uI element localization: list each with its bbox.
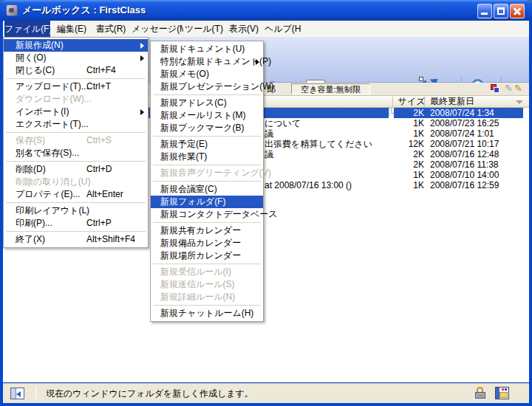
column-header-size[interactable]: サイズ: [397, 96, 426, 107]
menu-item-upload[interactable]: アップロード(T)...Ctrl+T: [4, 80, 148, 93]
menu-item-new-conference[interactable]: 新規会議室(C): [151, 183, 263, 196]
status-bar: 現在のウィンドウにフォルダを新しく作成します。: [3, 383, 529, 403]
menu-item-new-send-rule: 新規送信ルール(S): [151, 278, 263, 291]
menu-separator: [6, 161, 146, 162]
menu-item-new-receive-rule: 新規受信ルール(I): [151, 266, 263, 278]
menu-item-print-layout[interactable]: 印刷レイアウト(L): [4, 204, 148, 217]
minimize-button[interactable]: [477, 4, 492, 18]
menu-separator: [6, 202, 146, 203]
menu-bar: ファイル(F) 編集(E) 書式(R) メッセージ(M) ツール(T) 表示(V…: [3, 21, 529, 37]
chevron-right-icon: [140, 43, 144, 49]
quota-box: 空き容量:無制限: [291, 83, 370, 94]
menu-item-save: 保存(S)Ctrl+S: [4, 134, 148, 147]
new-submenu: 新規ドキュメント(U) 特別な新規ドキュメント(P) 新規メモ(O) 新規プレゼ…: [150, 41, 264, 322]
color-flags-icon[interactable]: [491, 84, 501, 94]
menu-item-new-location-calendar[interactable]: 新規場所カレンダー: [151, 250, 263, 262]
menu-item-undelete: 削除の取り消し(U): [4, 176, 148, 188]
close-button[interactable]: [510, 4, 525, 18]
maximize-button[interactable]: [494, 4, 508, 18]
menu-item-delete[interactable]: 削除(D)Ctrl+D: [4, 163, 148, 176]
menu-item-new-folder[interactable]: 新規フォルダ(F): [151, 196, 263, 208]
menu-item-print[interactable]: 印刷(P)...Ctrl+P: [4, 217, 148, 230]
menu-item-save-as[interactable]: 別名で保存(S)...: [4, 147, 148, 159]
menu-item-open[interactable]: 開く(O): [4, 52, 148, 64]
menu-separator: [6, 78, 146, 79]
menu-item-new-chat-room[interactable]: 新規チャットルーム(H): [151, 307, 263, 320]
column-divider: [424, 97, 425, 107]
split-view-icon[interactable]: [10, 388, 24, 399]
menu-separator: [153, 305, 261, 306]
menu-help[interactable]: ヘルプ(H): [265, 21, 301, 37]
menu-tools[interactable]: ツール(T): [185, 21, 223, 37]
menu-item-properties[interactable]: プロパティ(E)...Alt+Enter: [4, 188, 148, 201]
menu-item-new-voice-greeting: 新規音声グリーティング(V): [151, 167, 263, 179]
statusbar-separator: [35, 387, 36, 400]
menu-item-new-contact-database[interactable]: 新規コンタクトデータベース: [151, 208, 263, 221]
menu-item-export[interactable]: エクスポート(T)...: [4, 118, 148, 131]
file-menu: 新規作成(N) 開く(O) 閉じる(C)Ctrl+F4 アップロード(T)...…: [3, 37, 149, 248]
menu-separator: [153, 94, 261, 95]
sort-arrow-icon[interactable]: [516, 100, 523, 104]
mailbox-app-icon: [6, 4, 18, 16]
menu-view[interactable]: 表示(V): [226, 21, 262, 37]
chevron-right-icon: [140, 109, 144, 115]
title-bar[interactable]: メールボックス : FirstClass: [0, 0, 532, 21]
menu-item-new-document[interactable]: 新規ドキュメント(U): [151, 43, 263, 55]
column-divider: [392, 97, 393, 107]
approval-pencil-icon[interactable]: ✎: [514, 83, 522, 94]
lock-icon: [474, 387, 486, 400]
menu-format[interactable]: 書式(R): [93, 21, 129, 37]
menu-item-download: ダウンロード(W)...: [4, 93, 148, 106]
menu-item-import[interactable]: インポート(I): [4, 106, 148, 118]
window-panel-icon: [495, 387, 509, 399]
menu-separator: [153, 181, 261, 182]
status-message: 現在のウィンドウにフォルダを新しく作成します。: [46, 384, 253, 403]
menu-item-new-shared-calendar[interactable]: 新規共有カレンダー: [151, 224, 263, 237]
menu-message[interactable]: メッセージ(M): [132, 21, 183, 37]
menu-item-new-resource-calendar[interactable]: 新規備品カレンダー: [151, 237, 263, 250]
menu-separator: [153, 136, 261, 137]
menu-item-new-task[interactable]: 新規作業(T): [151, 151, 263, 163]
menu-separator: [6, 231, 146, 232]
app-window: メールボックス : FirstClass ファイル(F) 編集(E) 書式(R)…: [0, 0, 532, 406]
menu-item-new-event[interactable]: 新規予定(E): [151, 138, 263, 151]
edit-pencil-icon[interactable]: ✎: [505, 83, 513, 94]
menu-file[interactable]: ファイル(F): [4, 21, 50, 37]
window-title: メールボックス : FirstClass: [22, 4, 146, 17]
menu-item-close[interactable]: 閉じる(C)Ctrl+F4: [4, 64, 148, 77]
menu-separator: [153, 264, 261, 264]
chevron-right-icon: [140, 55, 144, 61]
menu-separator: [153, 165, 261, 165]
chevron-right-icon: [256, 59, 259, 65]
menu-item-new-address[interactable]: 新規アドレス(C): [151, 97, 263, 109]
menu-item-new-advanced-rule: 新規詳細ルール(N): [151, 291, 263, 303]
column-header-modified[interactable]: 最終更新日: [430, 96, 474, 107]
menu-item-new-mail-list[interactable]: 新規メールリスト(M): [151, 109, 263, 122]
menu-item-new-memo[interactable]: 新規メモ(O): [151, 68, 263, 80]
menu-separator: [153, 222, 261, 223]
menu-item-new-bookmark[interactable]: 新規ブックマーク(B): [151, 122, 263, 134]
menu-item-new[interactable]: 新規作成(N): [4, 39, 148, 52]
menu-item-exit[interactable]: 終了(X)Alt+Shift+F4: [4, 233, 148, 246]
menu-item-new-presentation[interactable]: 新規プレゼンテーション(W): [151, 80, 263, 93]
menu-edit[interactable]: 編集(E): [53, 21, 90, 37]
menu-separator: [6, 132, 146, 133]
menu-item-special-new-document[interactable]: 特別な新規ドキュメント(P): [151, 55, 263, 68]
